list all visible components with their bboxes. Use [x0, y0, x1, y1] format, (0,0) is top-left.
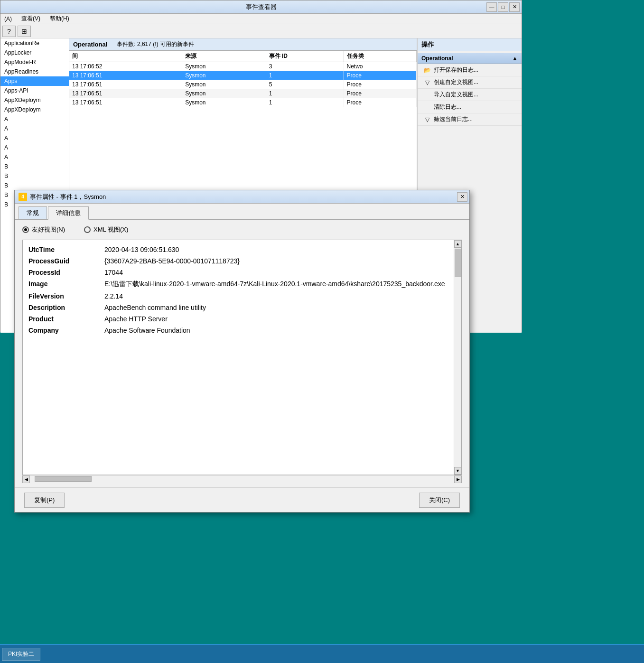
cell-task: Proce — [344, 71, 416, 80]
cell-id: 1 — [266, 89, 344, 98]
minimize-button[interactable]: — — [486, 2, 497, 12]
detail-row-company: Company Apache Software Foundation — [28, 325, 456, 336]
sidebar-item-apps-api[interactable]: Apps-API — [0, 86, 69, 95]
collapse-icon[interactable]: ▲ — [512, 55, 518, 62]
col-time[interactable]: 间 — [69, 51, 182, 62]
filter-icon: ▽ — [423, 79, 431, 86]
table-row[interactable]: 13 17:06:51 Sysmon 1 Proce — [69, 71, 417, 80]
detail-row-utctime: UtcTime 2020-04-13 09:06:51.630 — [28, 244, 456, 255]
table-row[interactable]: 13 17:06:51 Sysmon 1 Proce — [69, 89, 417, 98]
col-id[interactable]: 事件 ID — [266, 51, 344, 62]
cell-id: 1 — [266, 71, 344, 80]
friendly-view-radio[interactable]: 友好视图(N) — [22, 225, 65, 234]
scroll-up-arrow[interactable]: ▲ — [454, 240, 462, 248]
sidebar-item-appxdeploy1[interactable]: AppXDeploym — [0, 95, 69, 105]
menu-item-help[interactable]: 帮助(H) — [48, 14, 71, 24]
dialog-app-icon: 4 — [19, 193, 27, 201]
action-filter-log[interactable]: ▽ 筛选当前日志... — [418, 113, 522, 126]
h-scrollbar-thumb[interactable] — [35, 476, 92, 482]
action-create-view[interactable]: ▽ 创建自定义视图... — [418, 76, 522, 89]
sidebar-item-a1[interactable]: A — [0, 114, 69, 124]
dialog-close-button[interactable]: ✕ — [457, 192, 467, 202]
sidebar-item-appxdeploy2[interactable]: AppXDeploym — [0, 105, 69, 114]
detail-row-processguid: ProcessGuid {33607A29-2BAB-5E94-0000-001… — [28, 255, 456, 267]
panel-title: Operational — [73, 41, 107, 48]
horizontal-scrollbar: ◀ ▶ — [22, 475, 462, 483]
tab-general[interactable]: 常规 — [19, 206, 47, 219]
field-val-image: E:\迅雷下载\kali-linux-2020-1-vmware-amd64-7… — [104, 278, 456, 290]
sidebar-item-a4[interactable]: A — [0, 143, 69, 152]
col-source[interactable]: 来源 — [182, 51, 266, 62]
xml-view-radio[interactable]: XML 视图(X) — [84, 225, 128, 234]
field-key-utctime: UtcTime — [28, 244, 104, 255]
table-row[interactable]: 13 17:06:52 Sysmon 3 Netwo — [69, 62, 417, 71]
menu-item-view[interactable]: 查看(V) — [19, 14, 42, 24]
cell-id: 5 — [266, 80, 344, 89]
sidebar-item-applicationre[interactable]: ApplicationRe — [0, 38, 69, 48]
detail-row-image: Image E:\迅雷下载\kali-linux-2020-1-vmware-a… — [28, 278, 456, 290]
main-title: 事件查看器 — [246, 3, 277, 11]
toolbar: ? ⊞ — [0, 24, 522, 38]
field-val-product: Apache HTTP Server — [104, 313, 456, 325]
sidebar-item-apps[interactable]: Apps — [0, 76, 69, 86]
menu-item-a[interactable]: (A) — [2, 15, 14, 23]
cell-source: Sysmon — [182, 62, 266, 71]
sidebar-item-b1[interactable]: B — [0, 162, 69, 171]
cell-task: Proce — [344, 80, 416, 89]
action-create-view-label: 创建自定义视图... — [434, 78, 478, 86]
sidebar-item-a5[interactable]: A — [0, 152, 69, 162]
sidebar-item-applocker[interactable]: AppLocker — [0, 48, 69, 57]
sidebar-item-b3[interactable]: B — [0, 181, 69, 190]
detail-row-processid: ProcessId 17044 — [28, 267, 456, 278]
scrollbar-thumb[interactable] — [455, 249, 461, 277]
field-val-description: ApacheBench command line utility — [104, 302, 456, 313]
cell-source: Sysmon — [182, 80, 266, 89]
close-button[interactable]: ✕ — [509, 2, 520, 12]
col-task[interactable]: 任务类 — [344, 51, 416, 62]
maximize-button[interactable]: □ — [498, 2, 508, 12]
toolbar-btn-help[interactable]: ? — [2, 26, 16, 37]
action-import-view-label: 导入自定义视图... — [434, 91, 478, 99]
cell-task: Proce — [344, 89, 416, 98]
detail-table: UtcTime 2020-04-13 09:06:51.630 ProcessG… — [28, 244, 456, 336]
table-header-row: 间 来源 事件 ID 任务类 — [69, 51, 417, 62]
sidebar-item-b2[interactable]: B — [0, 171, 69, 181]
action-clear-log[interactable]: 清除日志... — [418, 101, 522, 113]
detail-row-product: Product Apache HTTP Server — [28, 313, 456, 325]
field-val-fileversion: 2.2.14 — [104, 290, 456, 302]
toolbar-btn-grid[interactable]: ⊞ — [18, 26, 31, 37]
sidebar-item-appmodel[interactable]: AppModel-R — [0, 57, 69, 67]
action-open-log[interactable]: 📂 打开保存的日志... — [418, 64, 522, 76]
cell-time: 13 17:06:51 — [69, 98, 182, 107]
action-filter-log-label: 筛选当前日志... — [434, 115, 473, 123]
window-controls: — □ ✕ — [486, 2, 520, 12]
table-row[interactable]: 13 17:06:51 Sysmon 5 Proce — [69, 80, 417, 89]
filter2-icon: ▽ — [423, 116, 431, 123]
sidebar-item-appreadiness[interactable]: AppReadines — [0, 67, 69, 76]
tab-details[interactable]: 详细信息 — [48, 206, 89, 220]
taskbar: PKI实验二 — [0, 644, 644, 663]
field-key-fileversion: FileVersion — [28, 290, 104, 302]
scroll-right-arrow[interactable]: ▶ — [454, 476, 462, 483]
scroll-track — [30, 476, 454, 483]
event-properties-dialog: 4 事件属性 - 事件 1，Sysmon ✕ 常规 详细信息 友好视图(N) X… — [14, 190, 470, 513]
action-import-view[interactable]: 导入自定义视图... — [418, 89, 522, 101]
detail-content[interactable]: UtcTime 2020-04-13 09:06:51.630 ProcessG… — [22, 240, 462, 475]
center-panel-header: Operational 事件数: 2,617 (!) 可用的新事件 — [69, 38, 417, 51]
copy-button[interactable]: 复制(P) — [24, 493, 65, 508]
taskbar-item-pki[interactable]: PKI实验二 — [2, 648, 40, 661]
field-val-processguid: {33607A29-2BAB-5E94-0000-001071118723} — [104, 255, 456, 267]
menu-bar: (A) 查看(V) 帮助(H) — [0, 14, 522, 24]
field-key-company: Company — [28, 325, 104, 336]
sidebar-item-a3[interactable]: A — [0, 133, 69, 143]
detail-row-fileversion: FileVersion 2.2.14 — [28, 290, 456, 302]
actions-section-title: Operational — [421, 55, 453, 62]
action-clear-log-label: 清除日志... — [434, 103, 461, 111]
scroll-down-arrow[interactable]: ▼ — [454, 467, 462, 475]
scroll-left-arrow[interactable]: ◀ — [22, 476, 30, 483]
cell-source: Sysmon — [182, 89, 266, 98]
cell-source: Sysmon — [182, 71, 266, 80]
sidebar-item-a2[interactable]: A — [0, 124, 69, 133]
close-dialog-button[interactable]: 关闭(C) — [419, 493, 460, 508]
table-row[interactable]: 13 17:06:51 Sysmon 1 Proce — [69, 98, 417, 107]
